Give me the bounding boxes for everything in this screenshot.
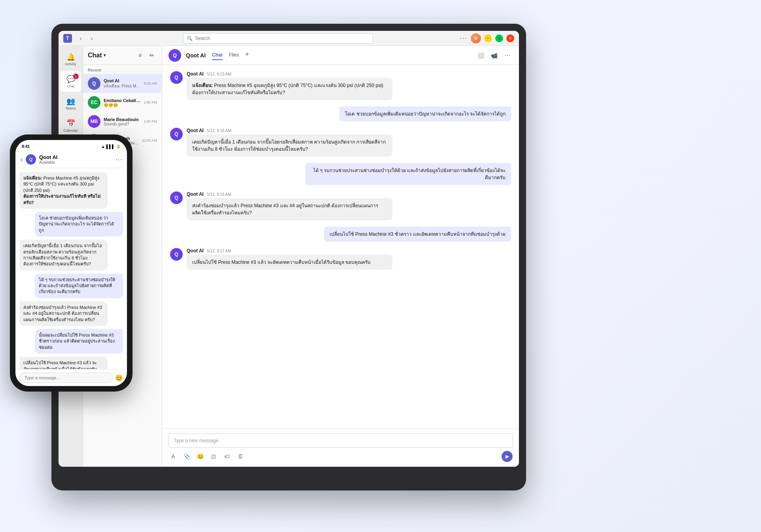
phone-contact-name: Qoot AI — [39, 154, 112, 160]
chat-avatar-emiliano: EC — [88, 96, 100, 109]
emoji-button[interactable]: 😊 — [195, 452, 205, 461]
schedule-button[interactable]: 🗓 — [236, 452, 245, 461]
phone-msg-6: นั้นผมจะเปลี่ยนไปใช้ Press Machine #3 ชั… — [35, 329, 123, 354]
message-group-4: ได้ ๆ รบกวนช่วยประสานช่างซ่อมบำรุงให้ด้ว… — [170, 163, 511, 185]
chat-item-time-marie: 1:00 PM — [144, 119, 157, 123]
maximize-button[interactable]: □ — [495, 34, 503, 42]
format-button[interactable]: A — [168, 452, 178, 461]
msg-bubble-7: เปลี่ยนไปใช้ Press Machine #3 แล้ว จะอัพ… — [187, 255, 392, 270]
phone-message-input[interactable] — [19, 373, 113, 383]
more-options-icon[interactable]: ··· — [460, 35, 468, 42]
calendar-label: Calendar — [63, 129, 78, 133]
msg-content-6: เปลี่ยนไปใช้ Press Machine #3 ชั่วคราว แ… — [305, 227, 511, 242]
close-button[interactable]: ✕ — [506, 34, 514, 42]
tab-files[interactable]: Files — [229, 51, 239, 60]
screen-share-button[interactable]: ⬜ — [475, 50, 486, 61]
phone-msg-4: ได้ ๆ รบกวนช่วยประสานช่างซ่อมบำรุงให้ด้ว… — [35, 274, 123, 298]
chat-header-title: Qoot AI — [186, 52, 206, 59]
message-input-area: Type a new message A 📎 😊 ⊡ 🏷 🗓 ▶ — [162, 428, 519, 467]
chat-item-time-qoot: 9:15 AM — [144, 81, 157, 85]
title-bar-left: T ‹ › — [63, 34, 97, 43]
phone-screen: 9:41 ▲ ▌▌▌ 🔋 ‹ Q Qoot AI Available ⋯ แจ้… — [15, 140, 127, 386]
phone-messages-area: แจ้งเตือน: Press Machine #5 อุณหภูมิสูง … — [15, 168, 127, 369]
msg-content-7: Qoot AI 5/12, 9:17 AM เปลี่ยนไปใช้ Press… — [187, 248, 392, 270]
add-tab-button[interactable]: + — [245, 51, 249, 60]
msg-avatar-qoot-1: Q — [170, 71, 183, 84]
minimize-button[interactable]: − — [484, 34, 492, 42]
phone-msg-5: ส่งคำร้องซ่อมบำรุงแล้ว Press Machine #3 … — [19, 301, 108, 326]
attach-button[interactable]: 📎 — [182, 452, 191, 461]
back-button[interactable]: ‹ — [76, 34, 85, 43]
msg-content-2: โอเค ช่วยบอกข้อมูลเพิ่มเติมหน่อยว่าปัญหา… — [305, 106, 511, 121]
wifi-icon: ▲ — [101, 144, 105, 149]
message-group-5: Q Qoot AI 5/12, 9:16 AM ส่งคำร้องซ่อมบำร… — [170, 191, 511, 220]
chat-list-item-emiliano[interactable]: EC Emiliano Ceballos 😊😊😊 1:55 PM — [83, 93, 162, 112]
chat-item-time-oscar: 11:02 AM — [142, 138, 157, 142]
phone-input-area: 😊 — [15, 369, 127, 386]
gif-button[interactable]: ⊡ — [209, 452, 218, 461]
message-input-box[interactable]: Type a new message — [168, 434, 513, 448]
msg-header-7: Qoot AI 5/12, 9:17 AM — [187, 248, 392, 254]
chat-item-time-emiliano: 1:55 PM — [144, 100, 157, 104]
teams-icon: 👥 — [66, 97, 75, 106]
sticker-button[interactable]: 🏷 — [222, 452, 232, 461]
msg-time-1: 5/12, 9:15 AM — [207, 72, 231, 76]
more-button[interactable]: ⋯ — [502, 50, 513, 61]
title-bar: T ‹ › 🔍 ··· U − □ ✕ — [59, 31, 519, 46]
chat-header: Q Qoot AI Chat Files + ⬜ 📹 ⋯ — [162, 46, 519, 65]
msg-time-7: 5/12, 9:17 AM — [207, 249, 231, 253]
chat-item-name-qoot: Qoot AI — [104, 78, 141, 83]
send-button[interactable]: ▶ — [502, 451, 513, 462]
msg-content-1: Qoot AI 5/12, 9:15 AM แจ้งเตือน: Press M… — [187, 71, 392, 100]
filter-button[interactable]: ≡ — [135, 50, 145, 61]
user-avatar[interactable]: U — [471, 33, 481, 44]
message-group-2: โอเค ช่วยบอกข้อมูลเพิ่มเติมหน่อยว่าปัญหา… — [170, 106, 511, 121]
phone-back-button[interactable]: ‹ — [20, 155, 23, 164]
sidebar-item-activity[interactable]: 🔔 Activity — [61, 49, 81, 70]
msg-time-5: 5/12, 9:16 AM — [207, 192, 231, 197]
msg-content-3: Qoot AI 5/12, 9:16 AM เคยเกิดปัญหานี้เมื… — [187, 128, 392, 157]
chat-item-info-emiliano: Emiliano Ceballos 😊😊😊 — [104, 98, 140, 107]
search-bar[interactable]: 🔍 — [183, 33, 373, 44]
teams-label: Teams — [65, 106, 76, 110]
msg-header-1: Qoot AI 5/12, 9:15 AM — [187, 71, 392, 77]
phone-emoji-button[interactable]: 😊 — [115, 374, 123, 382]
new-chat-button[interactable]: ✏ — [147, 50, 157, 61]
chat-item-preview-marie: Sounds good? — [104, 122, 140, 126]
activity-label: Activity — [65, 62, 76, 66]
msg-content-4: ได้ ๆ รบกวนช่วยประสานช่างซ่อมบำรุงให้ด้ว… — [305, 163, 511, 185]
chat-area: Q Qoot AI Chat Files + ⬜ 📹 ⋯ — [162, 46, 519, 467]
chat-avatar-marie: MB — [88, 115, 100, 128]
phone-msg-2: โอเค ช่วยบอกข้อมูลเพิ่มเติมหน่อย ว่าปัญห… — [35, 212, 123, 237]
battery-icon: 🔋 — [116, 144, 121, 149]
chat-list-title: Chat ▾ — [88, 52, 106, 59]
forward-button[interactable]: › — [87, 34, 97, 43]
msg-avatar-qoot-7: Q — [170, 248, 183, 261]
sidebar-item-calendar[interactable]: 📅 Calendar — [61, 115, 81, 136]
message-group-7: Q Qoot AI 5/12, 9:17 AM เปลี่ยนไปใช้ Pre… — [170, 248, 511, 270]
chat-item-preview-emiliano: 😊😊😊 — [104, 103, 140, 107]
chat-item-name-marie: Marie Beaudouin — [104, 117, 140, 122]
msg-sender-3: Qoot AI — [187, 128, 204, 133]
phone-header-info: Qoot AI Available — [39, 154, 112, 165]
chat-list-item-marie[interactable]: MB Marie Beaudouin Sounds good? 1:00 PM — [83, 112, 162, 131]
msg-header-3: Qoot AI 5/12, 9:16 AM — [187, 128, 392, 133]
msg-bubble-4: ได้ ๆ รบกวนช่วยประสานช่างซ่อมบำรุงให้ด้ว… — [305, 163, 511, 185]
chat-list-header: Chat ▾ ≡ ✏ — [83, 46, 162, 65]
tab-chat[interactable]: Chat — [212, 51, 223, 60]
chat-list-item-qoot-ai[interactable]: Q Qoot AI แจ้งเตือน: Press Machine #5...… — [83, 74, 162, 93]
phone-msg-3: เคยเกิดปัญหานี้เมื่อ 1 เดือนก่อน จากปั๊ม… — [19, 240, 108, 271]
msg-bubble-3: เคยเกิดปัญหานี้เมื่อ 1 เดือนก่อน จากปั๊ม… — [187, 134, 392, 157]
calendar-icon: 📅 — [66, 119, 75, 128]
phone-header: ‹ Q Qoot AI Available ⋯ — [15, 153, 127, 168]
video-call-button[interactable]: 📹 — [489, 50, 499, 61]
search-input[interactable] — [195, 36, 369, 41]
msg-sender-1: Qoot AI — [187, 71, 204, 77]
message-group-3: Q Qoot AI 5/12, 9:16 AM เคยเกิดปัญหานี้เ… — [170, 128, 511, 157]
phone-options-icon[interactable]: ⋯ — [115, 155, 122, 164]
msg-bubble-5: ส่งคำร้องซ่อมบำรุงแล้ว Press Machine #3 … — [187, 198, 392, 220]
sidebar-item-teams[interactable]: 👥 Teams — [61, 93, 81, 114]
chat-badge: 2 — [73, 74, 79, 79]
chat-header-actions: ⬜ 📹 ⋯ — [475, 50, 513, 61]
sidebar-item-chat[interactable]: 💬 Chat 2 — [61, 71, 81, 92]
